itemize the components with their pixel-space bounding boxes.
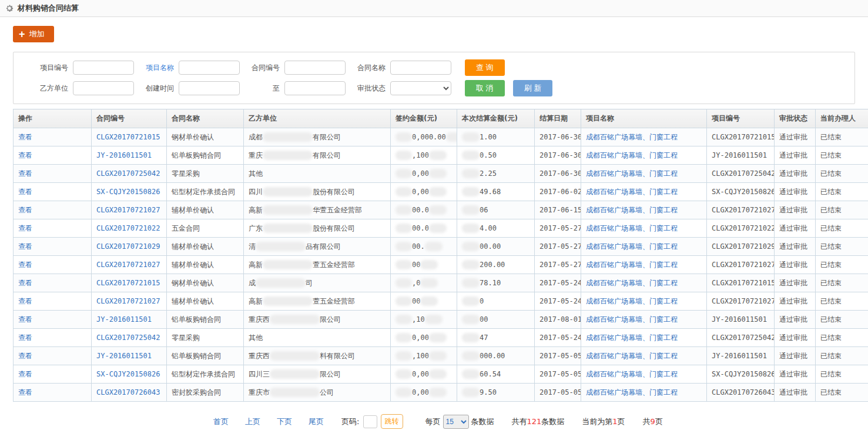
project-name-link[interactable]: 成都百铭广场幕墙、门窗工程 — [586, 224, 678, 232]
contract-no-link[interactable]: CLGX20170721027 — [96, 261, 160, 269]
project-name-link[interactable]: 成都百铭广场幕墙、门窗工程 — [586, 151, 678, 159]
project-name-link[interactable]: 成都百铭广场幕墙、门窗工程 — [586, 133, 678, 141]
view-link[interactable]: 查看 — [18, 242, 32, 251]
contract-no-link[interactable]: JY-2016011501 — [96, 151, 152, 159]
view-link[interactable]: 查看 — [18, 133, 32, 141]
redaction-blur — [446, 132, 457, 142]
view-link[interactable]: 查看 — [18, 188, 32, 196]
project-name-link[interactable]: 成都百铭广场幕墙、门窗工程 — [586, 388, 678, 396]
field-contract-no: 合同编号 — [241, 61, 347, 75]
contract-no-link[interactable]: CLGX20170721029 — [96, 242, 160, 251]
table-header-row: 操作合同编号合同名称乙方单位签约金额(元)本次结算金额(元)结算日期项目名称项目… — [14, 109, 868, 128]
action-cell: 查看 — [14, 183, 92, 201]
create-time-from-input[interactable] — [179, 81, 240, 95]
view-link[interactable]: 查看 — [18, 334, 32, 342]
redaction-blur — [263, 296, 313, 306]
contract-name-cell: 五金合同 — [167, 219, 244, 238]
contract-no-cell: CLGX20170721015 — [92, 274, 167, 292]
view-link[interactable]: 查看 — [18, 279, 32, 287]
refresh-button[interactable]: 刷 新 — [513, 80, 553, 96]
contract-no-link[interactable]: CLGX20170721015 — [96, 133, 160, 141]
per-page-prefix: 每页 — [425, 416, 441, 427]
project-name-input[interactable] — [179, 61, 240, 75]
contract-no-link[interactable]: CLGX20170721022 — [96, 224, 160, 232]
project-name-cell: 成都百铭广场幕墙、门窗工程 — [581, 311, 707, 329]
table-row: 查看CLGX20170721029辅材单价确认清品有限公司00.00.00201… — [14, 238, 868, 256]
project-name-link[interactable]: 成都百铭广场幕墙、门窗工程 — [586, 297, 678, 305]
project-name-link[interactable]: 成都百铭广场幕墙、门窗工程 — [586, 334, 678, 342]
redaction-blur — [270, 351, 320, 361]
view-link[interactable]: 查看 — [18, 169, 32, 178]
project-name-link[interactable]: 成都百铭广场幕墙、门窗工程 — [586, 352, 678, 360]
contract-no-link[interactable]: CLGX20170721015 — [96, 279, 160, 287]
contract-no-link[interactable]: JY-2016011501 — [96, 315, 152, 324]
search-panel: 项目编号 项目名称 合同编号 合同名称 查 询 乙方单位 创建时间 至 — [13, 52, 855, 104]
current-handler-cell: 已结束 — [816, 183, 868, 201]
view-link[interactable]: 查看 — [18, 206, 32, 214]
contract-no-link[interactable]: CLGX20170721027 — [96, 206, 160, 214]
view-link[interactable]: 查看 — [18, 151, 32, 159]
field-party-b: 乙方单位 — [29, 81, 135, 95]
action-cell: 查看 — [14, 384, 92, 402]
view-link[interactable]: 查看 — [18, 224, 32, 232]
view-link[interactable]: 查看 — [18, 388, 32, 396]
project-no-input[interactable] — [73, 61, 134, 75]
contract-no-cell: CLGX20170725042 — [92, 165, 167, 183]
project-name-link[interactable]: 成都百铭广场幕墙、门窗工程 — [586, 242, 678, 251]
redaction-blur — [396, 242, 412, 251]
table-row: 查看CLGX20170721027辅材单价确认高新华萱五金经营部00.00620… — [14, 201, 868, 219]
next-page-link[interactable]: 下页 — [277, 416, 292, 427]
project-name-link[interactable]: 成都百铭广场幕墙、门窗工程 — [586, 188, 678, 196]
contract-no-link[interactable]: CLGX20170725042 — [96, 169, 160, 178]
view-link[interactable]: 查看 — [18, 370, 32, 378]
party-b-input[interactable] — [73, 81, 134, 95]
column-header-3: 乙方单位 — [244, 109, 391, 128]
view-link[interactable]: 查看 — [18, 261, 32, 269]
contract-no-cell: CLGX20170721029 — [92, 238, 167, 256]
redaction-blur — [425, 242, 443, 251]
contract-name-input[interactable] — [390, 61, 451, 75]
settle-amount-cell: 0 — [457, 292, 535, 311]
current-handler-cell: 已结束 — [816, 201, 868, 219]
redaction-blur — [396, 169, 412, 178]
redaction-blur — [462, 351, 480, 361]
project-name-link[interactable]: 成都百铭广场幕墙、门窗工程 — [586, 261, 678, 269]
settle-date-cell: 2017-06-02 — [535, 183, 581, 201]
prev-page-link[interactable]: 上页 — [245, 416, 260, 427]
to-label: 至 — [241, 84, 280, 94]
redaction-blur — [270, 369, 320, 379]
project-name-link[interactable]: 成都百铭广场幕墙、门窗工程 — [586, 370, 678, 378]
approval-status-select[interactable] — [390, 81, 451, 95]
current-handler-cell: 已结束 — [816, 146, 868, 165]
cancel-button[interactable]: 取 消 — [465, 80, 505, 96]
add-button[interactable]: + 增加 — [13, 26, 54, 42]
project-name-link[interactable]: 成都百铭广场幕墙、门窗工程 — [586, 206, 678, 214]
view-link[interactable]: 查看 — [18, 297, 32, 305]
first-page-link[interactable]: 首页 — [213, 416, 229, 427]
contract-no-link[interactable]: SX-CQJY20150826 — [96, 188, 160, 196]
field-create-time-to: 至 — [241, 81, 347, 95]
project-name-link[interactable]: 成都百铭广场幕墙、门窗工程 — [586, 315, 678, 324]
party-b-cell: 高新萱五金经营部 — [244, 256, 391, 274]
page-number-input[interactable] — [363, 415, 377, 428]
query-button[interactable]: 查 询 — [465, 59, 505, 76]
project-name-link[interactable]: 成都百铭广场幕墙、门窗工程 — [586, 169, 678, 178]
jump-button[interactable]: 跳转 — [381, 414, 403, 429]
create-time-to-input[interactable] — [284, 81, 346, 95]
contract-no-link[interactable]: JY-2016011501 — [96, 352, 152, 360]
view-link[interactable]: 查看 — [18, 352, 32, 360]
redaction-blur — [462, 278, 480, 288]
field-project-no: 项目编号 — [29, 61, 135, 75]
contract-no-link[interactable]: SX-CQJY20150826 — [96, 370, 160, 378]
contract-no-link[interactable]: CLGX20170725042 — [96, 334, 160, 342]
page-size-select[interactable]: 15 — [443, 415, 469, 429]
contract-no-cell: JY-2016011501 — [92, 311, 167, 329]
last-page-link[interactable]: 尾页 — [309, 416, 324, 427]
redaction-blur — [396, 296, 412, 306]
settle-date-cell: 2017-06-15 — [535, 201, 581, 219]
contract-no-link[interactable]: CLGX20170721027 — [96, 297, 160, 305]
view-link[interactable]: 查看 — [18, 315, 32, 324]
project-name-link[interactable]: 成都百铭广场幕墙、门窗工程 — [586, 279, 678, 287]
contract-no-input[interactable] — [284, 61, 346, 75]
contract-no-link[interactable]: CLGX20170726043 — [96, 388, 160, 396]
